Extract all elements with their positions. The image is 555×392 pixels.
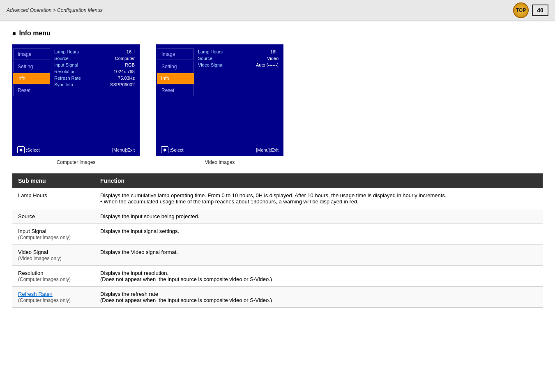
function-refresh-rate: Displays the refresh rate (Does not appe… xyxy=(94,287,543,308)
video-exit-ctrl: [Menu]:Exit xyxy=(256,146,279,153)
sub-menu-refresh-rate: Refresh Rate» (Computer images only) xyxy=(12,287,94,308)
video-menu-content: Lamp Hours 16H Source Video Video Signal… xyxy=(194,45,283,144)
computer-panel-caption: Computer images xyxy=(57,159,96,165)
computer-bottom-bar: ◆ :Select [Menu]:Exit xyxy=(13,144,139,155)
computer-panel-inner: Image Setting Info Reset Lamp Hours 16H … xyxy=(13,45,139,144)
label-source-v: Source xyxy=(198,56,235,61)
video-menu-panel: Image Setting Info Reset Lamp Hours 16H … xyxy=(156,44,283,156)
col-function: Function xyxy=(94,173,543,188)
computer-row-resolution: Resolution 1024x 768 xyxy=(54,68,135,75)
computer-row-refresh-rate: Refresh Rate 75.03Hz xyxy=(54,75,135,81)
value-source-v: Video xyxy=(267,56,279,61)
function-input-signal: Displays the input signal settings. xyxy=(94,224,543,245)
select-label-v: :Select xyxy=(170,148,184,152)
table-row: Input Signal (Computer images only) Disp… xyxy=(12,224,543,245)
top-badge: TOP xyxy=(513,2,529,18)
value-source-c: Computer xyxy=(115,56,135,61)
menu-item-info-video[interactable]: Info xyxy=(157,73,194,84)
value-input-signal-c: RGB xyxy=(125,62,135,67)
value-video-signal-v: Auto (------) xyxy=(256,62,279,67)
sub-menu-label: Source xyxy=(18,213,35,219)
select-label-c: :Select xyxy=(26,148,40,152)
sub-menu-sub-label: (Computer images only) xyxy=(18,277,71,282)
computer-row-sync-info: Sync Info SSPP06002 xyxy=(54,81,135,88)
menu-item-reset-video[interactable]: Reset xyxy=(157,85,194,96)
function-resolution: Displays the input resolution. (Does not… xyxy=(94,266,543,287)
computer-row-input-signal: Input Signal RGB xyxy=(54,62,135,68)
refresh-rate-link[interactable]: Refresh Rate» xyxy=(18,291,53,297)
exit-label-c: [Menu]:Exit xyxy=(112,148,135,152)
main-content: Info menu Image Setting Info Reset Lamp … xyxy=(0,21,555,316)
page-number: 40 xyxy=(532,5,548,16)
menu-item-image-video[interactable]: Image xyxy=(157,48,194,60)
value-sync-info-c: SSPP06002 xyxy=(110,82,135,87)
label-video-signal-v: Video Signal xyxy=(198,62,235,67)
col-sub-menu: Sub menu xyxy=(12,173,94,188)
label-lamp-hours-c: Lamp Hours xyxy=(54,49,91,54)
sub-menu-label: Lamp Hours xyxy=(18,192,47,198)
video-row-source: Source Video xyxy=(198,55,279,62)
sub-menu-sub-label: (Video images only) xyxy=(18,256,62,261)
value-lamp-hours-v: 16H xyxy=(270,49,279,54)
table-row: Refresh Rate» (Computer images only) Dis… xyxy=(12,287,543,308)
function-video-signal: Displays the Video signal format. xyxy=(94,245,543,266)
sub-menu-label: Video Signal xyxy=(18,249,48,255)
video-panel-wrap: Image Setting Info Reset Lamp Hours 16H … xyxy=(156,44,283,165)
select-icon-v: ◆ xyxy=(161,146,168,153)
table-row: Video Signal (Video images only) Display… xyxy=(12,245,543,266)
label-input-signal-c: Input Signal xyxy=(54,62,91,67)
video-panel-caption: Video images xyxy=(205,159,235,165)
video-row-video-signal: Video Signal Auto (------) xyxy=(198,62,279,68)
sub-menu-resolution: Resolution (Computer images only) xyxy=(12,266,94,287)
menu-item-setting-video[interactable]: Setting xyxy=(157,61,194,72)
value-resolution-c: 1024x 768 xyxy=(114,69,135,74)
header-right: TOP 40 xyxy=(513,2,548,18)
video-row-lamp-hours: Lamp Hours 16H xyxy=(198,48,279,55)
computer-row-source: Source Computer xyxy=(54,55,135,62)
computer-menu-content: Lamp Hours 16H Source Computer Input Sig… xyxy=(50,45,139,144)
computer-menu-panel: Image Setting Info Reset Lamp Hours 16H … xyxy=(12,44,140,156)
sub-menu-input-signal: Input Signal (Computer images only) xyxy=(12,224,94,245)
computer-panel-wrap: Image Setting Info Reset Lamp Hours 16H … xyxy=(12,44,140,165)
table-row: Source Displays the input source being p… xyxy=(12,209,543,224)
video-select-ctrl: ◆ :Select xyxy=(161,146,184,153)
sub-menu-label: Resolution xyxy=(18,270,43,276)
label-refresh-rate-c: Refresh Rate xyxy=(54,76,91,81)
value-lamp-hours-c: 16H xyxy=(127,49,135,54)
function-lamp-hours: Displays the cumulative lamp operating t… xyxy=(94,188,543,209)
menu-item-setting-computer[interactable]: Setting xyxy=(13,61,50,72)
computer-exit-ctrl: [Menu]:Exit xyxy=(112,146,135,153)
sub-menu-sub-label: (Computer images only) xyxy=(18,297,71,303)
sub-menu-label: Input Signal xyxy=(18,228,46,234)
sub-menu-sub-label: (Computer images only) xyxy=(18,235,71,240)
label-source-c: Source xyxy=(54,56,91,61)
sub-menu-source: Source xyxy=(12,209,94,224)
label-resolution-c: Resolution xyxy=(54,69,91,74)
menu-item-reset-computer[interactable]: Reset xyxy=(13,85,50,96)
section-title: Info menu xyxy=(12,30,543,37)
video-sidebar: Image Setting Info Reset xyxy=(157,45,194,144)
menu-item-image-computer[interactable]: Image xyxy=(13,48,50,60)
label-sync-info-c: Sync Info xyxy=(54,82,91,87)
page-header: Advanced Operation > Configuration Menus… xyxy=(0,0,555,21)
menu-panels-row: Image Setting Info Reset Lamp Hours 16H … xyxy=(12,44,543,165)
sub-menu-video-signal: Video Signal (Video images only) xyxy=(12,245,94,266)
sub-menu-lamp-hours: Lamp Hours xyxy=(12,188,94,209)
label-lamp-hours-v: Lamp Hours xyxy=(198,49,235,54)
function-source: Displays the input source being projecte… xyxy=(94,209,543,224)
computer-row-lamp-hours: Lamp Hours 16H xyxy=(54,48,135,55)
value-refresh-rate-c: 75.03Hz xyxy=(118,76,135,81)
select-icon-c: ◆ xyxy=(17,146,25,153)
table-row: Resolution (Computer images only) Displa… xyxy=(12,266,543,287)
breadcrumb: Advanced Operation > Configuration Menus xyxy=(7,7,103,13)
exit-label-v: [Menu]:Exit xyxy=(256,148,279,152)
menu-item-info-computer[interactable]: Info xyxy=(13,73,50,84)
computer-sidebar: Image Setting Info Reset xyxy=(13,45,50,144)
video-bottom-bar: ◆ :Select [Menu]:Exit xyxy=(157,144,283,155)
video-panel-inner: Image Setting Info Reset Lamp Hours 16H … xyxy=(157,45,283,144)
info-table: Sub menu Function Lamp Hours Displays th… xyxy=(12,173,543,308)
computer-select-ctrl: ◆ :Select xyxy=(17,146,40,153)
table-row: Lamp Hours Displays the cumulative lamp … xyxy=(12,188,543,209)
